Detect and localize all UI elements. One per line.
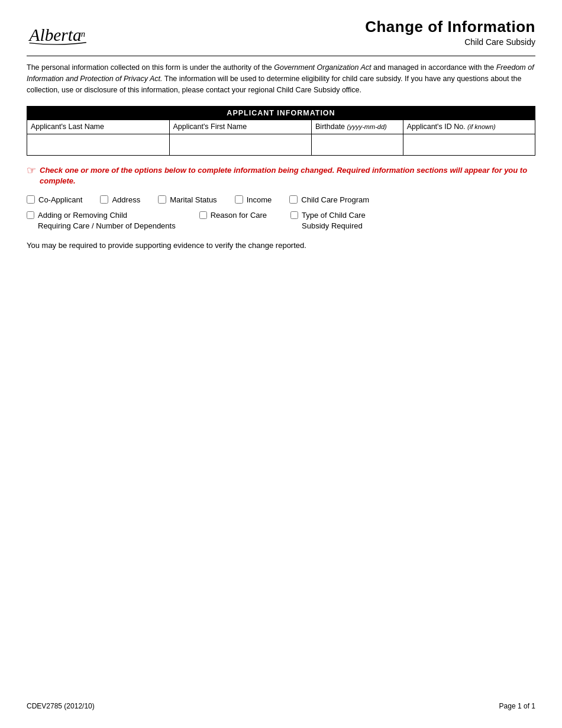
cb-income-label[interactable]: Income bbox=[247, 195, 272, 204]
cb-coapplicant-label[interactable]: Co-Applicant bbox=[38, 195, 82, 204]
checkbox-type[interactable]: Type of Child Care Subsidy Required bbox=[290, 210, 366, 231]
page-number: Page 1 of 1 bbox=[499, 702, 535, 710]
cb-reason-label: Reason for Care bbox=[211, 210, 267, 221]
cb-marital-input[interactable] bbox=[158, 195, 166, 204]
cb-coapplicant-input[interactable] bbox=[27, 195, 35, 204]
checkbox-income[interactable]: Income bbox=[235, 195, 272, 204]
col-last-name-header: Applicant's Last Name bbox=[27, 120, 170, 134]
supporting-text: You may be required to provide supportin… bbox=[27, 241, 535, 250]
last-name-cell[interactable] bbox=[27, 134, 170, 156]
checkbox-reason[interactable]: Reason for Care bbox=[199, 210, 267, 221]
cb-address-label[interactable]: Address bbox=[112, 195, 140, 204]
cb-type-input[interactable] bbox=[290, 211, 298, 219]
cb-type-label-line2: Subsidy Required bbox=[302, 221, 366, 231]
check-instruction: ☞ Check one or more of the options below… bbox=[27, 165, 535, 186]
id-input[interactable] bbox=[407, 137, 531, 146]
first-name-cell[interactable] bbox=[169, 134, 312, 156]
applicant-info-table: APPLICANT INFORMATION Applicant's Last N… bbox=[27, 106, 535, 156]
birthdate-cell[interactable] bbox=[312, 134, 403, 156]
title-area: Change of Information Child Care Subsidy bbox=[365, 18, 535, 47]
checkboxes-row-2: Adding or Removing Child Requiring Care … bbox=[27, 210, 535, 231]
cb-childcare-input[interactable] bbox=[289, 195, 298, 204]
col-first-name-header: Applicant's First Name bbox=[169, 120, 312, 134]
checkbox-marital[interactable]: Marital Status bbox=[158, 195, 217, 204]
header-divider bbox=[27, 56, 535, 56]
cb-adding-label: Adding or Removing Child Requiring Care … bbox=[38, 210, 176, 231]
cb-address-input[interactable] bbox=[100, 195, 108, 204]
checkbox-address[interactable]: Address bbox=[100, 195, 140, 204]
svg-text:Alberta: Alberta bbox=[28, 25, 82, 44]
col-id-header: Applicant's ID No. (if known) bbox=[403, 120, 535, 134]
section-header: APPLICANT INFORMATION bbox=[27, 107, 535, 120]
checkbox-coapplicant[interactable]: Co-Applicant bbox=[27, 195, 82, 204]
finger-icon: ☞ bbox=[27, 164, 36, 177]
form-code: CDEV2785 (2012/10) bbox=[27, 702, 95, 710]
subtitle: Child Care Subsidy bbox=[365, 37, 535, 47]
birthdate-input[interactable] bbox=[315, 137, 399, 146]
checkbox-adding[interactable]: Adding or Removing Child Requiring Care … bbox=[27, 210, 176, 231]
instruction-text: Check one or more of the options below t… bbox=[40, 165, 535, 186]
checkbox-childcare[interactable]: Child Care Program bbox=[289, 195, 369, 204]
cb-adding-label-line2: Requiring Care / Number of Dependents bbox=[38, 221, 176, 231]
main-title: Change of Information bbox=[365, 18, 535, 36]
col-birthdate-header: Birthdate (yyyy-mm-dd) bbox=[312, 120, 403, 134]
cb-childcare-label[interactable]: Child Care Program bbox=[301, 195, 369, 204]
cb-type-label: Type of Child Care Subsidy Required bbox=[302, 210, 366, 231]
id-cell[interactable] bbox=[403, 134, 535, 156]
cb-type-label-line1: Type of Child Care bbox=[302, 210, 366, 221]
intro-text: The personal information collected on th… bbox=[27, 62, 535, 95]
page-footer: CDEV2785 (2012/10) Page 1 of 1 bbox=[27, 702, 535, 710]
last-name-input[interactable] bbox=[31, 137, 166, 146]
page-header: Alberta n Change of Information Child Ca… bbox=[27, 18, 535, 52]
alberta-logo: Alberta n bbox=[27, 18, 92, 50]
column-headers-row: Applicant's Last Name Applicant's First … bbox=[27, 120, 535, 134]
cb-reason-input[interactable] bbox=[199, 211, 207, 219]
applicant-input-row[interactable] bbox=[27, 134, 535, 156]
svg-text:n: n bbox=[81, 29, 85, 38]
cb-adding-input[interactable] bbox=[27, 211, 34, 219]
cb-marital-label[interactable]: Marital Status bbox=[170, 195, 217, 204]
checkboxes-row-1: Co-Applicant Address Marital Status Inco… bbox=[27, 195, 535, 204]
cb-reason-label-line1: Reason for Care bbox=[211, 210, 267, 221]
logo-area: Alberta n bbox=[27, 18, 98, 52]
first-name-input[interactable] bbox=[173, 137, 308, 146]
cb-income-input[interactable] bbox=[235, 195, 243, 204]
cb-adding-label-line1: Adding or Removing Child bbox=[38, 210, 176, 221]
